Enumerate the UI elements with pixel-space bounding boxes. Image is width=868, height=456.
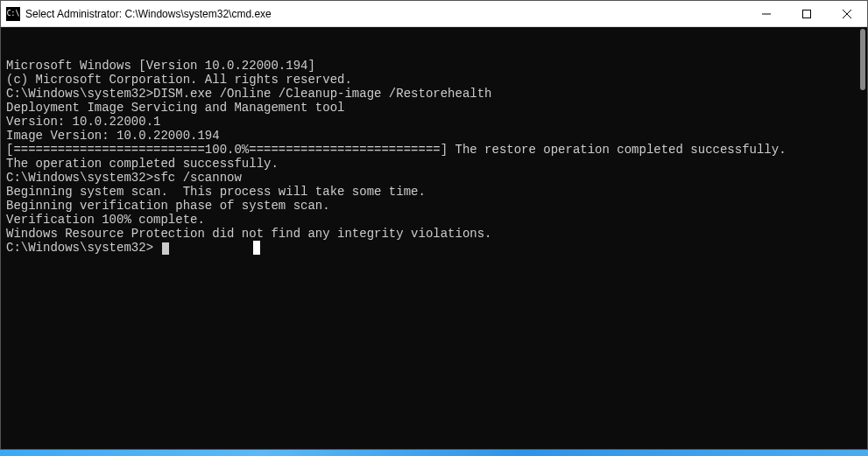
minimize-button[interactable] [746,1,787,26]
taskbar-edge [0,450,868,456]
terminal-line: Beginning system scan. This process will… [6,185,862,199]
terminal-line: (c) Microsoft Corporation. All rights re… [6,73,862,87]
titlebar[interactable]: C:\ Select Administrator: C:\Windows\sys… [1,1,867,27]
selection-cursor [253,241,260,255]
terminal-line: Windows Resource Protection did not find… [6,227,862,241]
terminal-area[interactable]: Microsoft Windows [Version 10.0.22000.19… [1,27,867,449]
terminal-line: C:\Windows\system32>DISM.exe /Online /Cl… [6,87,862,101]
maximize-button[interactable] [787,1,827,26]
cmd-window: C:\ Select Administrator: C:\Windows\sys… [0,0,868,450]
terminal-line: Deployment Image Servicing and Managemen… [6,101,862,115]
scrollbar-thumb[interactable] [860,29,865,90]
window-title: Select Administrator: C:\Windows\system3… [25,8,746,20]
terminal-line: Microsoft Windows [Version 10.0.22000.19… [6,59,862,73]
terminal-line: The operation completed successfully. [6,157,862,171]
scrollbar[interactable] [853,27,867,449]
terminal-line: C:\Windows\system32>sfc /scannow [6,171,862,185]
terminal-output: Microsoft Windows [Version 10.0.22000.19… [6,59,862,255]
terminal-line: C:\Windows\system32> [6,241,862,255]
terminal-cursor [162,242,169,255]
terminal-line: Beginning verification phase of system s… [6,199,862,213]
cmd-icon: C:\ [6,7,20,21]
svg-rect-1 [803,10,811,18]
terminal-line: Verification 100% complete. [6,213,862,227]
close-button[interactable] [827,1,867,26]
window-controls [746,1,867,26]
terminal-line: [==========================100.0%=======… [6,143,862,157]
terminal-line: Image Version: 10.0.22000.194 [6,129,862,143]
terminal-line: Version: 10.0.22000.1 [6,115,862,129]
